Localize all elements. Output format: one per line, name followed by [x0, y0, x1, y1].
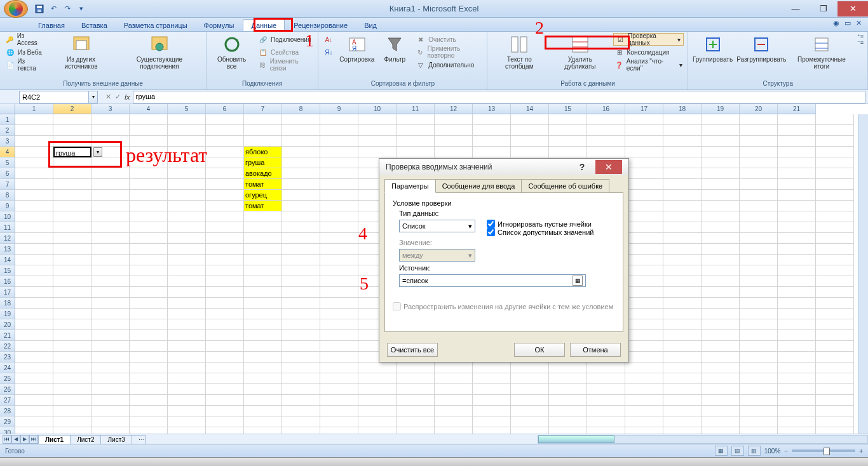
minimize-ribbon-icon[interactable]: ▭	[844, 19, 851, 27]
dialog-tab-error-msg[interactable]: Сообщение об ошибке	[521, 179, 609, 193]
range-picker-icon[interactable]: ▦	[573, 276, 583, 286]
from-other-button[interactable]: Из других источников	[49, 33, 112, 71]
sort-za-button[interactable]: Я↓	[322, 46, 335, 58]
cancel-icon[interactable]: ✕	[105, 93, 111, 101]
column-header[interactable]: 13	[473, 104, 511, 114]
refresh-all-button[interactable]: Обновить все	[210, 33, 253, 71]
show-detail-icon[interactable]: ⁺≡	[857, 33, 864, 39]
dialog-titlebar[interactable]: Проверка вводимых значений ? ✕	[379, 159, 628, 175]
row-header[interactable]: 24	[0, 363, 15, 373]
column-header[interactable]: 20	[740, 104, 778, 114]
row-header[interactable]: 6	[0, 168, 15, 179]
column-header[interactable]: 10	[358, 104, 397, 114]
row-header[interactable]: 5	[0, 157, 15, 168]
redo-icon[interactable]: ↷	[62, 4, 72, 14]
select-all-corner[interactable]	[0, 104, 15, 114]
tab-review[interactable]: Рецензирование	[286, 20, 355, 31]
ungroup-button[interactable]: Разгруппировать	[737, 33, 787, 64]
row-header[interactable]: 12	[0, 233, 15, 244]
source-input[interactable]: =список▦	[399, 274, 586, 287]
cell-g4[interactable]: яблоко	[244, 147, 282, 157]
cancel-button[interactable]: Отмена	[570, 343, 621, 357]
tab-view[interactable]: Вид	[356, 20, 384, 31]
cell-b4[interactable]: груша	[53, 147, 92, 157]
dialog-close-button[interactable]: ✕	[595, 160, 622, 174]
row-header[interactable]: 14	[0, 255, 15, 265]
minimize-button[interactable]: —	[782, 1, 810, 17]
row-header[interactable]: 17	[0, 287, 15, 298]
row-header[interactable]: 21	[0, 330, 15, 341]
cell-dropdown-button[interactable]: ▾	[93, 147, 102, 157]
row-header[interactable]: 13	[0, 244, 15, 255]
cell-g9[interactable]: томат	[244, 201, 282, 211]
dialog-tab-params[interactable]: Параметры	[384, 179, 436, 193]
cell-g5[interactable]: груша	[244, 157, 282, 168]
page-layout-view-icon[interactable]: ▤	[731, 446, 744, 456]
column-header[interactable]: 14	[511, 104, 549, 114]
cell-g6[interactable]: авокадо	[244, 168, 282, 179]
type-select[interactable]: Список▾	[399, 220, 475, 232]
reapply-button[interactable]: ↻Применить повторно	[414, 46, 483, 58]
consolidate-button[interactable]: ⊞Консолидация	[613, 46, 684, 58]
sort-button[interactable]: АЯ Сортировка	[339, 33, 375, 64]
column-header[interactable]: 15	[549, 104, 587, 114]
tab-insert[interactable]: Вставка	[74, 20, 115, 31]
zoom-out-button[interactable]: −	[784, 448, 788, 455]
clear-all-button[interactable]: Очистить все	[387, 343, 438, 357]
normal-view-icon[interactable]: ▦	[715, 446, 728, 456]
first-sheet-icon[interactable]: ⏮	[3, 435, 11, 444]
page-break-view-icon[interactable]: ▥	[748, 446, 761, 456]
horizontal-scrollbar[interactable]	[538, 435, 868, 444]
column-header[interactable]: 4	[130, 104, 168, 114]
text-to-columns-button[interactable]: Текст по столбцам	[491, 33, 547, 71]
office-button[interactable]	[4, 0, 28, 18]
row-header[interactable]: 10	[0, 211, 15, 222]
undo-icon[interactable]: ↶	[48, 4, 58, 14]
row-header[interactable]: 16	[0, 276, 15, 287]
from-text-button[interactable]: 📄Из текста	[4, 58, 45, 71]
row-header[interactable]: 11	[0, 222, 15, 233]
row-header[interactable]: 26	[0, 384, 15, 395]
column-header[interactable]: 5	[168, 104, 206, 114]
row-header[interactable]: 1	[0, 114, 15, 125]
column-header[interactable]: 11	[397, 104, 435, 114]
close-button[interactable]: ✕	[837, 1, 868, 17]
column-header[interactable]: 1	[15, 104, 53, 114]
qat-dropdown-icon[interactable]: ▾	[76, 4, 86, 14]
dialog-tab-input-msg[interactable]: Сообщение для ввода	[435, 179, 522, 193]
sort-az-button[interactable]: А↓	[322, 33, 335, 46]
enter-icon[interactable]: ✓	[115, 93, 121, 101]
row-header[interactable]: 23	[0, 352, 15, 363]
name-box[interactable]: R4C2	[19, 91, 89, 103]
column-header[interactable]: 6	[206, 104, 244, 114]
name-box-dropdown[interactable]: ▾	[89, 91, 98, 103]
cell-g8[interactable]: огурец	[244, 190, 282, 201]
subtotal-button[interactable]: Промежуточные итоги	[790, 33, 853, 71]
zoom-slider[interactable]	[792, 449, 855, 452]
close-workbook-icon[interactable]: ✕	[856, 19, 862, 27]
ignore-blank-checkbox[interactable]: Игнорировать пустые ячейки	[487, 220, 593, 228]
tab-home[interactable]: Главная	[31, 20, 72, 31]
tab-data[interactable]: Данные	[243, 19, 285, 31]
dialog-help-button[interactable]: ?	[569, 160, 595, 174]
fx-icon[interactable]: fx	[125, 93, 130, 101]
column-header[interactable]: 16	[587, 104, 625, 114]
ok-button[interactable]: ОК	[514, 343, 565, 357]
sheet-tab-2[interactable]: Лист2	[70, 435, 101, 444]
remove-duplicates-button[interactable]: Удалить дубликаты	[551, 33, 609, 71]
column-header[interactable]: 3	[92, 104, 130, 114]
column-header[interactable]: 8	[282, 104, 320, 114]
from-access-button[interactable]: 🔑Из Access	[4, 33, 45, 46]
hide-detail-icon[interactable]: ⁻≡	[857, 39, 864, 46]
row-header[interactable]: 29	[0, 416, 15, 427]
row-header[interactable]: 3	[0, 136, 15, 147]
group-button[interactable]: Группировать	[692, 33, 733, 64]
row-header[interactable]: 28	[0, 406, 15, 416]
zoom-level[interactable]: 100%	[764, 448, 781, 455]
row-header[interactable]: 20	[0, 319, 15, 330]
cell-g7[interactable]: томат	[244, 179, 282, 190]
save-icon[interactable]	[34, 4, 44, 14]
last-sheet-icon[interactable]: ⏭	[29, 435, 38, 444]
row-header[interactable]: 19	[0, 309, 15, 319]
zoom-in-button[interactable]: +	[859, 448, 863, 455]
